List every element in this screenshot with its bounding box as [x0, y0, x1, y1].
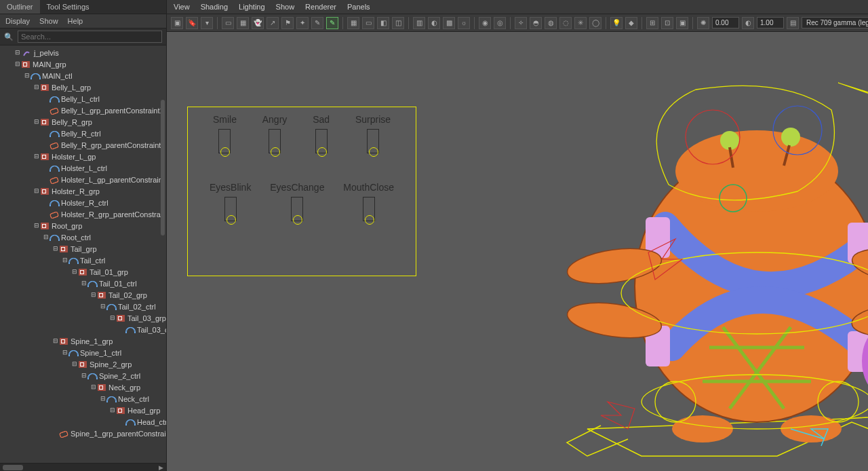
tree-row[interactable]: Holster_R_grp_parentConstrai [4, 208, 166, 220]
tree-toggle-icon[interactable]: ⊟ [52, 243, 60, 255]
tree-row[interactable]: ⊟MAIN_ctl [4, 70, 166, 81]
tree-row[interactable]: ⊟Spine_2_grp [4, 358, 166, 370]
tree-row[interactable]: Tail_03_ctrl [4, 324, 166, 335]
tree-row[interactable]: ⊟Spine_2_ctrl [4, 370, 166, 381]
outliner-tree[interactable]: ⊟j_pelvis⊟MAIN_grp⊟MAIN_ctl⊟Belly_L_grpB… [0, 45, 166, 463]
facial-surprise-slider[interactable] [367, 129, 379, 153]
film-back-icon[interactable]: ▭ [362, 17, 374, 29]
tree-toggle-icon[interactable]: ⊟ [33, 81, 41, 93]
tree-toggle-icon[interactable]: ⊟ [61, 347, 69, 358]
vp-menu-show[interactable]: Show [276, 3, 295, 11]
vp-menu-renderer[interactable]: Renderer [305, 3, 336, 11]
tree-row[interactable]: ⊟Tail_03_grp [4, 312, 166, 324]
tree-row[interactable]: ⊟j_pelvis [4, 47, 166, 58]
tree-toggle-icon[interactable]: ⊟ [108, 404, 117, 416]
tree-toggle-icon[interactable]: ⊟ [42, 231, 50, 243]
tree-row[interactable]: ⊟MAIN_grp [4, 58, 166, 70]
tree-toggle-icon[interactable]: ⊟ [14, 58, 22, 70]
lights-icon[interactable]: ☼ [458, 17, 470, 29]
tree-row[interactable]: ⊟Tail_ctrl [4, 255, 166, 266]
tree-toggle-icon[interactable]: ⊟ [33, 185, 41, 197]
tree-row[interactable]: ⊟Spine_1_grp [4, 335, 166, 347]
tree-toggle-icon[interactable]: ⊟ [90, 289, 98, 301]
anti-alias-icon[interactable]: ✳ [574, 17, 587, 29]
tree-row[interactable]: ⊟Belly_L_grp [4, 81, 166, 93]
snapshot-icon[interactable]: ⊡ [661, 17, 673, 29]
camera-dropdown-icon[interactable]: ▾ [201, 17, 213, 29]
tree-toggle-icon[interactable]: ⊟ [108, 312, 117, 324]
facial-mouthclose-slider[interactable] [363, 197, 375, 221]
vp-menu-view[interactable]: View [174, 3, 190, 11]
hscroll-thumb[interactable] [3, 465, 23, 470]
tree-row[interactable]: ⊟Tail_02_ctrl [4, 301, 166, 312]
tree-toggle-icon[interactable]: ⊟ [23, 70, 31, 81]
exposure-field[interactable] [712, 17, 739, 29]
tree-toggle-icon[interactable]: ⊟ [99, 301, 107, 312]
tree-row[interactable]: ⊟Spine_1_ctrl [4, 347, 166, 358]
tree-row[interactable]: Belly_L_grp_parentConstraint1 [4, 105, 166, 116]
tree-toggle-icon[interactable]: ⊟ [52, 335, 60, 347]
select-camera-icon[interactable]: ▣ [171, 17, 183, 29]
facial-angry-slider[interactable] [269, 129, 281, 153]
outliner-hscroll[interactable]: ▶ [0, 463, 166, 471]
dof-icon[interactable]: ◯ [589, 17, 601, 29]
tree-toggle-icon[interactable]: ⊟ [33, 151, 41, 162]
image-plane-icon[interactable]: ▭ [222, 17, 234, 29]
flag-icon[interactable]: ⚑ [281, 17, 294, 29]
color-space-icon[interactable]: ▤ [787, 17, 799, 29]
tree-row[interactable]: ⊟Root_grp [4, 220, 166, 231]
tree-row[interactable]: Head_ctrl [4, 416, 166, 428]
tree-row[interactable]: ⊟Belly_R_grp [4, 116, 166, 128]
motion-blur-icon[interactable]: ◌ [559, 17, 572, 29]
film-gate-icon[interactable]: ▦ [237, 17, 249, 29]
textured-icon[interactable]: ▩ [443, 17, 455, 29]
render-icon[interactable]: ▣ [676, 17, 688, 29]
tree-row[interactable]: ⊟Neck_grp [4, 381, 166, 393]
outliner-search-input[interactable] [18, 31, 162, 43]
tree-row[interactable]: Spine_1_grp_parentConstraint [4, 428, 166, 439]
tree-row[interactable]: ⊟Neck_ctrl [4, 393, 166, 404]
color-icon[interactable]: ◆ [625, 17, 637, 29]
gamma-icon[interactable]: ◐ [742, 17, 754, 29]
hscroll-arrow[interactable]: ▶ [159, 464, 163, 471]
tree-row[interactable]: ⊟Head_grp [4, 404, 166, 416]
pencil-icon[interactable]: ✎ [311, 17, 323, 29]
tree-toggle-icon[interactable]: ⊟ [99, 393, 107, 404]
xray-icon[interactable]: ◎ [494, 17, 506, 29]
shaded-icon[interactable]: ◐ [428, 17, 440, 29]
ao-icon[interactable]: ◍ [545, 17, 557, 29]
outliner-menu-show[interactable]: Show [39, 17, 58, 25]
light-icon[interactable]: 💡 [610, 17, 623, 29]
tree-toggle-icon[interactable]: ⊟ [80, 278, 88, 289]
tree-row[interactable]: ⊟Holster_L_gp [4, 151, 166, 162]
tree-row[interactable]: ⊟Tail_01_grp [4, 266, 166, 278]
ghost-icon[interactable]: 👻 [252, 17, 264, 29]
resolution-icon[interactable]: ⊞ [646, 17, 658, 29]
bookmark-icon[interactable]: 🔖 [186, 17, 198, 29]
gamma-field[interactable] [757, 17, 784, 29]
tab-outliner[interactable]: Outliner [0, 0, 40, 14]
tree-row[interactable]: Belly_L_ctrl [4, 93, 166, 105]
gate-mask-icon[interactable]: ◧ [377, 17, 389, 29]
tree-toggle-icon[interactable]: ⊟ [33, 116, 41, 128]
shadows-icon[interactable]: ◓ [530, 17, 542, 29]
grid-icon[interactable]: ▦ [347, 17, 359, 29]
character-rig[interactable] [431, 49, 868, 463]
xray-joints-icon[interactable]: ✧ [515, 17, 527, 29]
tree-row[interactable]: Holster_R_ctrl [4, 197, 166, 208]
vp-menu-shading[interactable]: Shading [201, 3, 228, 11]
facial-smile-slider[interactable] [218, 129, 231, 153]
tree-row[interactable]: Holster_L_gp_parentConstrain [4, 174, 166, 185]
colorspace-dropdown[interactable]: Rec 709 gamma (legacy) ▼ [802, 17, 868, 29]
region-icon[interactable]: ◫ [392, 17, 404, 29]
tree-row[interactable]: ⊟Holster_R_grp [4, 185, 166, 197]
tree-row[interactable]: Belly_R_grp_parentConstraint [4, 139, 166, 151]
outliner-menu-help[interactable]: Help [68, 17, 83, 25]
tree-row[interactable]: Holster_L_ctrl [4, 162, 166, 174]
facial-control-panel[interactable]: Smile Angry Sad Surprise [187, 107, 416, 276]
viewport-3d[interactable]: Smile Angry Sad Surprise [167, 32, 868, 471]
arrow-icon[interactable]: ↗ [267, 17, 279, 29]
facial-eyeschange-slider[interactable] [291, 197, 303, 221]
joint-xray-icon[interactable]: ✦ [296, 17, 309, 29]
facial-eyesblink-slider[interactable] [224, 197, 237, 221]
